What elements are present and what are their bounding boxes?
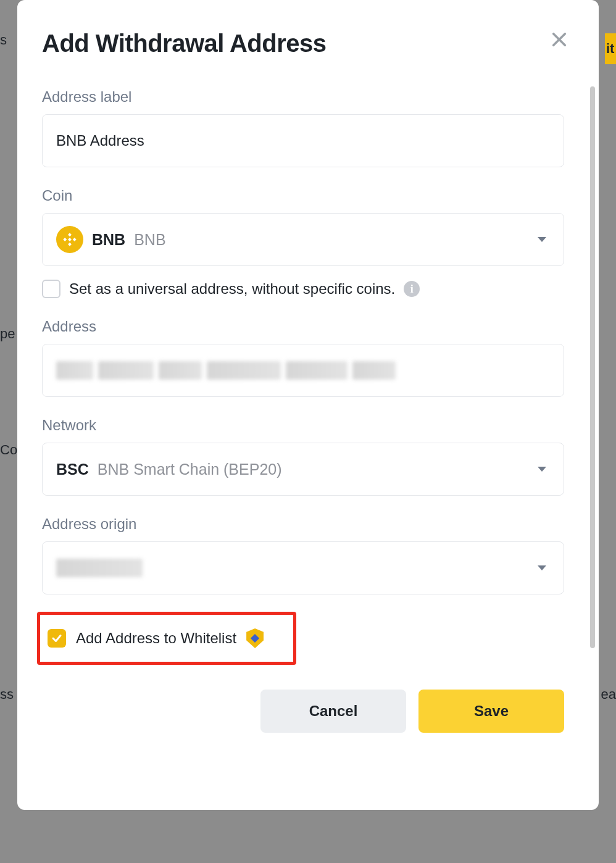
field-network: Network BSC BNB Smart Chain (BEP20) — [42, 417, 564, 496]
field-address-origin: Address origin — [42, 515, 564, 594]
address-caption: Address — [42, 318, 564, 335]
address-label-caption: Address label — [42, 88, 564, 106]
origin-select[interactable] — [42, 541, 564, 594]
network-name: BNB Smart Chain (BEP20) — [98, 461, 282, 478]
network-select[interactable]: BSC BNB Smart Chain (BEP20) — [42, 443, 564, 496]
modal-scrollbar[interactable] — [590, 86, 595, 648]
field-address-label: Address label — [42, 88, 564, 167]
universal-address-label: Set as a universal address, without spec… — [69, 280, 395, 298]
bg-text: Co — [0, 442, 17, 458]
save-button[interactable]: Save — [418, 690, 564, 733]
svg-rect-3 — [73, 238, 77, 241]
universal-address-checkbox[interactable] — [42, 280, 60, 298]
origin-redacted — [56, 556, 143, 580]
info-icon[interactable]: i — [404, 281, 420, 297]
field-address: Address — [42, 318, 564, 397]
network-symbol: BSC — [56, 461, 89, 478]
network-caption: Network — [42, 417, 564, 434]
bg-text: s — [0, 32, 7, 48]
check-icon — [51, 633, 62, 644]
whitelist-label: Add Address to Whitelist — [76, 630, 236, 647]
cancel-button[interactable]: Cancel — [260, 690, 406, 733]
address-input[interactable] — [42, 344, 564, 397]
modal-title: Add Withdrawal Address — [42, 30, 564, 57]
bg-text: pe — [0, 326, 15, 342]
coin-select[interactable]: BNB BNB — [42, 213, 564, 266]
svg-rect-0 — [68, 233, 72, 236]
modal-button-row: Cancel Save — [42, 690, 564, 733]
svg-rect-1 — [68, 243, 72, 246]
bg-yellow-chip: it — [605, 33, 616, 64]
coin-symbol: BNB — [92, 231, 125, 249]
chevron-down-icon — [538, 565, 546, 570]
whitelist-checkbox[interactable] — [48, 629, 66, 648]
universal-address-row: Set as a universal address, without spec… — [42, 280, 564, 298]
add-withdrawal-address-modal: Add Withdrawal Address Address label Coi… — [17, 0, 599, 810]
coin-name: BNB — [134, 231, 165, 249]
chevron-down-icon — [538, 467, 546, 472]
coin-caption: Coin — [42, 187, 564, 204]
field-coin: Coin BNB BNB Set as a universal address,… — [42, 187, 564, 298]
bg-text: ea — [601, 686, 616, 702]
origin-caption: Address origin — [42, 515, 564, 533]
chevron-down-icon — [538, 237, 546, 242]
shield-icon — [246, 628, 264, 648]
svg-rect-4 — [68, 238, 72, 241]
svg-rect-2 — [63, 238, 67, 241]
bnb-coin-icon — [56, 226, 83, 253]
close-button[interactable] — [551, 31, 568, 48]
address-redacted — [56, 358, 396, 383]
whitelist-row-highlighted: Add Address to Whitelist — [37, 612, 296, 665]
address-label-input[interactable] — [42, 114, 564, 167]
close-icon — [551, 31, 568, 48]
bg-text: ss — [0, 686, 14, 702]
modal-backdrop: s it pe Co ss ea Add Withdrawal Address … — [0, 0, 616, 863]
